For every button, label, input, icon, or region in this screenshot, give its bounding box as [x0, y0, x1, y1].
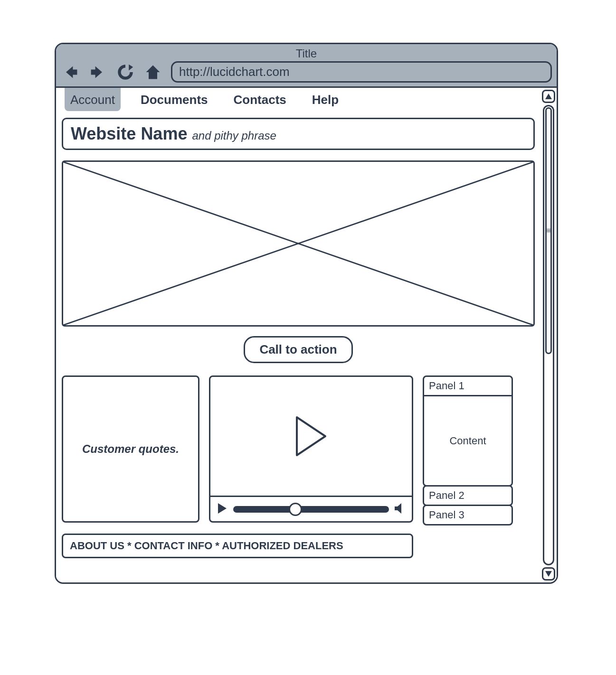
accordion-header-1[interactable]: Panel 1: [424, 377, 512, 395]
forward-button[interactable]: [88, 63, 107, 82]
home-button[interactable]: [143, 63, 162, 82]
accordion-header-3[interactable]: Panel 3: [424, 506, 512, 524]
video-player[interactable]: [209, 375, 413, 523]
page-viewport: Account Documents Contacts Help Website …: [56, 88, 540, 582]
hero-image-placeholder: [62, 160, 535, 327]
play-icon: [292, 415, 330, 458]
scroll-grip-icon: ≡: [546, 226, 550, 235]
video-controls: [210, 496, 412, 521]
scroll-down-button[interactable]: [542, 567, 555, 581]
tab-account[interactable]: Account: [65, 88, 121, 111]
site-header: Website Name and pithy phrase: [62, 118, 535, 150]
browser-toolbar: http://lucidchart.com: [61, 61, 552, 83]
customer-quotes-text: Customer quotes.: [82, 442, 179, 456]
accordion-panel-1: Panel 1 Content: [423, 375, 513, 487]
video-stage[interactable]: [210, 377, 412, 496]
back-button[interactable]: [61, 63, 80, 82]
footer-links[interactable]: ABOUT US * CONTACT INFO * AUTHORIZED DEA…: [62, 534, 413, 558]
triangle-up-icon: [545, 94, 552, 99]
nav-tabs: Account Documents Contacts Help: [62, 88, 535, 111]
site-name: Website Name: [71, 124, 187, 144]
accordion: Panel 1 Content Panel 2 Panel 3: [423, 375, 513, 524]
triangle-down-icon: [545, 571, 552, 577]
reload-button[interactable]: [116, 63, 135, 82]
video-play-button[interactable]: [216, 502, 228, 516]
accordion-header-2[interactable]: Panel 2: [424, 487, 512, 505]
customer-quotes-box: Customer quotes.: [62, 375, 199, 523]
window-title: Title: [61, 46, 552, 61]
site-tagline: and pithy phrase: [192, 129, 276, 142]
tab-documents[interactable]: Documents: [135, 88, 214, 111]
scroll-track[interactable]: ≡: [543, 105, 554, 565]
accordion-panel-2: Panel 2: [423, 485, 513, 506]
video-seek-track[interactable]: [233, 506, 389, 513]
back-arrow-icon: [62, 64, 79, 81]
accordion-content-1: Content: [424, 395, 512, 485]
forward-arrow-icon: [89, 64, 106, 81]
tab-contacts[interactable]: Contacts: [228, 88, 292, 111]
placeholder-x-icon: [63, 162, 533, 325]
tab-help[interactable]: Help: [306, 88, 344, 111]
scroll-thumb[interactable]: ≡: [545, 107, 552, 354]
scrollbar: ≡: [540, 88, 557, 582]
browser-chrome: Title http://lucidchart.com: [56, 44, 557, 88]
browser-window: Title http://lucidchart.com Account Docu…: [55, 43, 558, 584]
video-seek-thumb[interactable]: [289, 503, 302, 516]
cta-button[interactable]: Call to action: [244, 336, 352, 363]
play-small-icon: [216, 502, 228, 515]
accordion-panel-3: Panel 3: [423, 505, 513, 525]
video-volume-button[interactable]: [394, 502, 406, 516]
scroll-up-button[interactable]: [542, 90, 555, 103]
volume-icon: [394, 502, 406, 515]
home-icon: [144, 64, 161, 81]
url-bar[interactable]: http://lucidchart.com: [171, 61, 552, 83]
reload-icon: [117, 64, 134, 81]
